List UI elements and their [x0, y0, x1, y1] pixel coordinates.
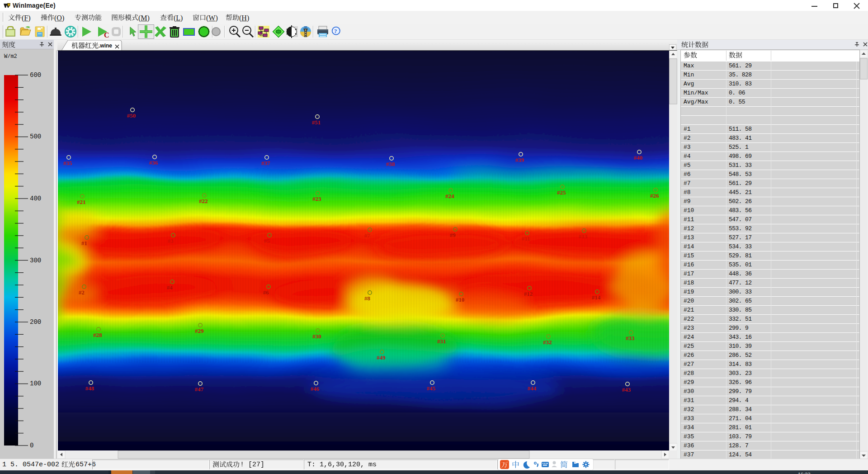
svg-text:#39: #39: [515, 156, 524, 163]
svg-text:#25: #25: [557, 189, 566, 196]
svg-text:#3: #3: [168, 237, 174, 244]
svg-text:#11: #11: [522, 235, 530, 242]
svg-text:#8: #8: [364, 295, 371, 302]
svg-text:#9: #9: [450, 232, 456, 238]
svg-text:#10: #10: [456, 296, 465, 303]
svg-text:#50: #50: [127, 112, 136, 119]
svg-text:#1: #1: [81, 240, 87, 246]
svg-text:#43: #43: [622, 386, 631, 393]
svg-text:#13: #13: [579, 233, 588, 240]
svg-text:#21: #21: [77, 199, 86, 205]
svg-text:#32: #32: [543, 339, 552, 346]
svg-text:#31: #31: [437, 338, 446, 345]
svg-text:#6: #6: [263, 289, 269, 296]
svg-text:#37: #37: [261, 160, 270, 166]
svg-text:#5: #5: [264, 237, 270, 244]
svg-text:#48: #48: [85, 385, 94, 392]
svg-text:#49: #49: [377, 354, 386, 361]
svg-text:#36: #36: [149, 159, 158, 166]
svg-text:#26: #26: [650, 192, 659, 199]
svg-text:#12: #12: [524, 290, 533, 297]
svg-text:#47: #47: [195, 386, 204, 393]
svg-text:#4: #4: [167, 284, 173, 291]
svg-text:#23: #23: [312, 195, 321, 202]
svg-text:C: C: [104, 31, 109, 38]
svg-text:#22: #22: [199, 198, 208, 204]
svg-text:#45: #45: [427, 385, 436, 392]
svg-text:#44: #44: [528, 385, 537, 392]
svg-text:#40: #40: [634, 154, 643, 161]
svg-text:#33: #33: [626, 335, 635, 341]
svg-text:#30: #30: [312, 333, 321, 340]
svg-text:#2: #2: [79, 289, 85, 296]
svg-text:#35: #35: [63, 160, 72, 166]
svg-text:#38: #38: [386, 161, 395, 167]
svg-text:?: ?: [334, 28, 337, 34]
svg-text:#24: #24: [445, 193, 454, 199]
svg-text:#14: #14: [592, 294, 601, 301]
svg-text:#29: #29: [195, 327, 204, 334]
svg-text:#51: #51: [312, 119, 321, 126]
svg-text:#46: #46: [311, 385, 320, 392]
svg-text:#7: #7: [364, 232, 371, 239]
svg-text:#28: #28: [93, 332, 102, 338]
